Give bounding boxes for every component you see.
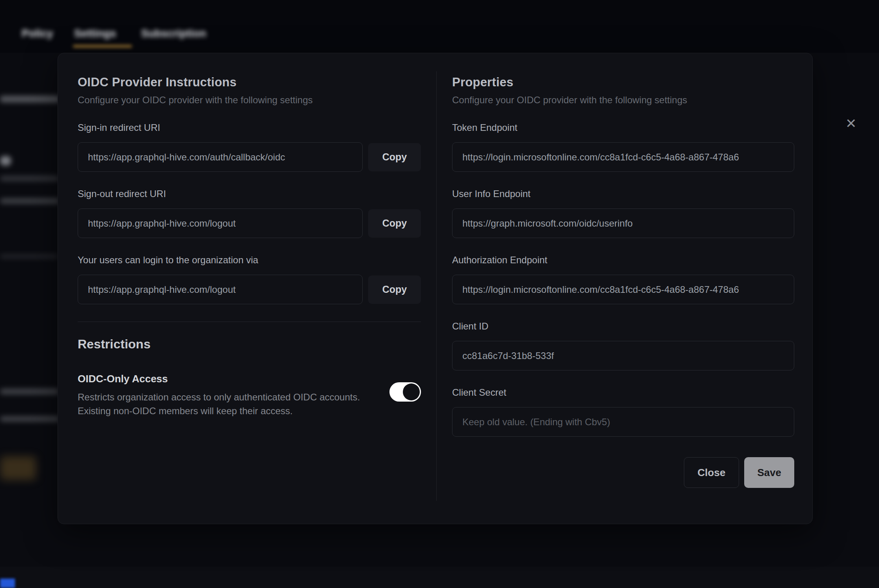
column-divider: [436, 71, 437, 501]
token-endpoint-field: Token Endpoint: [452, 122, 794, 172]
blurred-background-text: [0, 416, 60, 422]
userinfo-endpoint-input[interactable]: [452, 208, 794, 238]
signin-redirect-label: Sign-in redirect URI: [78, 122, 421, 133]
oidc-only-access-row: OIDC-Only Access Restricts organization …: [78, 373, 421, 418]
instructions-title: OIDC Provider Instructions: [78, 75, 421, 89]
signin-redirect-field: Sign-in redirect URI Copy: [78, 122, 421, 172]
copy-signin-button[interactable]: Copy: [368, 143, 421, 171]
login-via-input[interactable]: [78, 275, 363, 304]
token-endpoint-input[interactable]: [452, 142, 794, 172]
oidc-settings-modal: ✕ OIDC Provider Instructions Configure y…: [58, 53, 813, 524]
properties-subtitle: Configure your OIDC provider with the fo…: [452, 95, 794, 106]
tab-subscription[interactable]: Subscription: [141, 24, 206, 43]
active-tab-underline: [73, 45, 132, 48]
blurred-background-text: [0, 389, 59, 394]
signin-redirect-input[interactable]: [78, 142, 363, 172]
properties-column: Properties Configure your OIDC provider …: [452, 75, 794, 488]
authorization-endpoint-label: Authorization Endpoint: [452, 255, 794, 266]
blurred-background-text: [0, 96, 60, 102]
blurred-background-button: [0, 456, 36, 480]
restrictions-title: Restrictions: [78, 337, 421, 352]
token-endpoint-label: Token Endpoint: [452, 122, 794, 133]
client-id-field: Client ID: [452, 321, 794, 370]
page-header-band: [0, 0, 879, 53]
page-footer-band: [0, 567, 879, 588]
copy-login-via-button[interactable]: Copy: [368, 275, 421, 304]
login-via-field: Your users can login to the organization…: [78, 255, 421, 304]
client-secret-label: Client Secret: [452, 387, 794, 398]
client-id-label: Client ID: [452, 321, 794, 332]
blurred-background-text: [0, 254, 58, 259]
instructions-subtitle: Configure your OIDC provider with the fo…: [78, 95, 421, 106]
blurred-background-text: [0, 176, 59, 181]
blurred-background-accent: [0, 579, 15, 588]
restrictions-divider: [78, 322, 421, 322]
blurred-background-text: [0, 198, 60, 204]
client-id-input[interactable]: [452, 341, 794, 370]
signout-redirect-field: Sign-out redirect URI Copy: [78, 188, 421, 238]
copy-signout-button[interactable]: Copy: [368, 209, 421, 238]
oidc-only-access-label: OIDC-Only Access: [78, 373, 387, 385]
signout-redirect-label: Sign-out redirect URI: [78, 188, 421, 199]
oidc-only-access-toggle[interactable]: [389, 382, 421, 402]
client-secret-input[interactable]: [452, 407, 794, 437]
signout-redirect-input[interactable]: [78, 208, 363, 238]
userinfo-endpoint-label: User Info Endpoint: [452, 188, 794, 199]
oidc-only-access-description: Restricts organization access to only au…: [78, 390, 387, 418]
tab-policy[interactable]: Policy: [22, 24, 53, 43]
modal-actions: Close Save: [452, 457, 794, 488]
blurred-background-text: [0, 156, 11, 166]
close-button[interactable]: Close: [684, 457, 739, 488]
tab-settings[interactable]: Settings: [74, 24, 116, 43]
instructions-column: OIDC Provider Instructions Configure you…: [78, 75, 421, 418]
userinfo-endpoint-field: User Info Endpoint: [452, 188, 794, 238]
close-icon[interactable]: ✕: [840, 112, 862, 134]
properties-title: Properties: [452, 75, 794, 89]
toggle-thumb: [403, 383, 420, 400]
save-button[interactable]: Save: [744, 457, 794, 488]
authorization-endpoint-field: Authorization Endpoint: [452, 255, 794, 304]
client-secret-field: Client Secret: [452, 387, 794, 437]
authorization-endpoint-input[interactable]: [452, 275, 794, 304]
login-via-label: Your users can login to the organization…: [78, 255, 421, 266]
